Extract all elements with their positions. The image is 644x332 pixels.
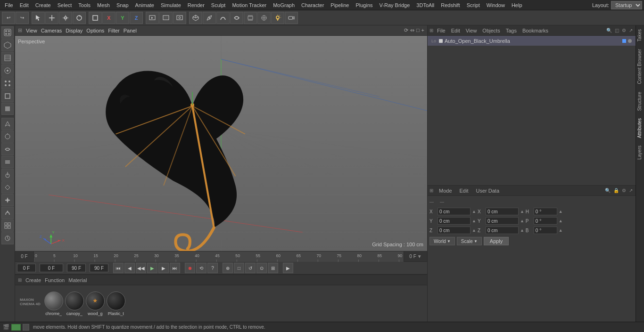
om-tags[interactable]: Tags <box>504 28 519 33</box>
menu-snap[interactable]: Snap <box>114 1 132 9</box>
effector-btn[interactable] <box>257 12 271 24</box>
om-filter-icon[interactable]: ◫ <box>614 28 620 33</box>
coord-z-pos-field[interactable]: 0 cm <box>438 227 471 234</box>
render-playback-btn[interactable]: ▶ <box>283 263 293 273</box>
coord-y-size-field[interactable]: 0 cm <box>486 217 519 225</box>
viewport-ctrl-2[interactable]: ⇔ <box>410 27 414 33</box>
am-settings-icon[interactable]: ⚙ <box>621 188 627 193</box>
material-canopy[interactable]: canopy_ <box>65 292 84 316</box>
am-edit[interactable]: Edit <box>458 188 471 194</box>
menu-motion-tracker[interactable]: Motion Tracker <box>229 1 269 9</box>
menu-mograph[interactable]: MoGraph <box>270 1 297 9</box>
layout-dropdown[interactable]: Startup <box>611 1 642 9</box>
menu-create[interactable]: Create <box>33 1 54 9</box>
tool-extra5[interactable] <box>1 232 14 244</box>
om-expand-icon[interactable]: ↗ <box>628 28 634 33</box>
menu-tools[interactable]: Tools <box>75 1 93 9</box>
tab-content-browser[interactable]: Content Browser <box>636 45 644 88</box>
menu-3dtoall[interactable]: 3DToAll <box>413 1 437 9</box>
transform3-btn[interactable]: ↺ <box>245 263 256 273</box>
am-lock-icon[interactable]: 🔒 <box>612 188 620 193</box>
am-expand-icon[interactable]: ↗ <box>628 188 634 193</box>
time-field-current[interactable]: 0 F <box>40 264 63 272</box>
menu-help[interactable]: Help <box>509 1 525 9</box>
viewport-menu-display[interactable]: Display <box>66 28 83 33</box>
material-chrome[interactable]: chrome_ <box>44 292 63 316</box>
tab-structure[interactable]: Structure <box>636 88 644 115</box>
coord-z-size-arrow[interactable]: ▲ <box>520 228 524 233</box>
render-viewport-btn[interactable] <box>146 12 159 24</box>
go-start-btn[interactable]: ⏮ <box>113 263 124 273</box>
apply-button[interactable]: Apply <box>484 237 509 245</box>
tool-texture-btn[interactable] <box>1 52 14 64</box>
menu-edit[interactable]: Edit <box>17 1 32 9</box>
coord-x-size-field[interactable]: 0 cm <box>486 208 519 215</box>
render-picture-btn[interactable] <box>159 12 173 24</box>
tool-brush[interactable] <box>1 130 14 143</box>
om-settings-icon[interactable]: ⚙ <box>621 28 627 33</box>
menu-redshift[interactable]: Redshift <box>438 1 462 9</box>
viewport[interactable]: X Y Z <box>15 36 427 251</box>
tool-smooth[interactable] <box>1 143 14 155</box>
om-search-icon[interactable]: 🔍 <box>605 28 613 33</box>
cube-btn[interactable] <box>189 12 202 24</box>
x-axis-btn[interactable]: X <box>102 12 116 24</box>
record-prev-btn[interactable]: ⟲ <box>196 263 206 273</box>
coord-h-arrow[interactable]: ▲ <box>559 209 563 214</box>
y-axis-btn[interactable]: Y <box>116 12 129 24</box>
rotate-tool-btn[interactable] <box>73 12 86 24</box>
coord-y-pos-field[interactable]: 0 cm <box>438 217 471 225</box>
tool-model-btn[interactable] <box>1 39 14 51</box>
step-fwd-btn[interactable]: ▶ <box>158 263 169 273</box>
am-search-icon[interactable]: 🔍 <box>604 188 611 193</box>
tool-edge-mode[interactable] <box>1 90 14 102</box>
tool-face-mode[interactable] <box>1 103 14 115</box>
scale-dropdown-btn[interactable]: Scale ▼ <box>457 237 482 245</box>
tool-extra2[interactable] <box>1 194 14 206</box>
record-btn[interactable]: ⏺ <box>185 263 195 273</box>
menu-simulate[interactable]: Simulate <box>158 1 184 9</box>
material-function[interactable]: Function <box>45 277 65 283</box>
om-file[interactable]: File <box>435 28 447 33</box>
menu-character[interactable]: Character <box>298 1 327 9</box>
select-tool-btn[interactable] <box>32 12 45 24</box>
coord-y-pos-arrow[interactable]: ▲ <box>472 219 476 223</box>
menu-window[interactable]: Window <box>484 1 508 9</box>
pen-btn[interactable] <box>203 12 216 24</box>
coord-z-pos-arrow[interactable]: ▲ <box>472 228 476 233</box>
undo-btn[interactable]: ↩ <box>2 12 15 24</box>
menu-sculpt[interactable]: Sculpt <box>208 1 229 9</box>
camera-btn[interactable] <box>285 12 298 24</box>
tool-extra3[interactable] <box>1 207 14 219</box>
menu-animate[interactable]: Animate <box>132 1 157 9</box>
tool-layer[interactable] <box>1 156 14 168</box>
time-field-end-preview[interactable]: 90 F <box>67 264 86 272</box>
coord-x-pos-field[interactable]: 0 cm <box>438 208 471 215</box>
object-visible-dot[interactable] <box>622 39 626 43</box>
play-btn[interactable]: ▶ <box>147 263 157 273</box>
material-wood[interactable]: wood_g <box>86 292 105 316</box>
play-back-btn[interactable]: ◀◀ <box>136 263 146 273</box>
record-opts-btn[interactable]: ? <box>207 263 218 273</box>
render-settings-btn[interactable] <box>173 12 186 24</box>
viewport-menu-panel[interactable]: Panel <box>124 28 137 33</box>
tab-layers[interactable]: Layers <box>636 142 644 163</box>
material-plastic[interactable]: Plastic_t <box>107 292 125 316</box>
viewport-menu-view[interactable]: View <box>26 28 37 33</box>
coord-p-arrow[interactable]: ▲ <box>559 219 563 223</box>
tool-weight[interactable] <box>1 169 14 181</box>
redo-btn[interactable]: ↪ <box>16 12 29 24</box>
menu-plugins[interactable]: Plugins <box>353 1 375 9</box>
tool-snap[interactable] <box>1 118 14 130</box>
menu-mesh[interactable]: Mesh <box>94 1 113 9</box>
go-end-btn[interactable]: ⏭ <box>170 263 180 273</box>
am-user-data[interactable]: User Data <box>474 188 502 194</box>
tool-extra4[interactable] <box>1 219 14 232</box>
coord-h-field[interactable]: 0 ° <box>534 208 557 215</box>
transform4-btn[interactable]: ⊙ <box>256 263 267 273</box>
om-view[interactable]: View <box>464 28 479 33</box>
tool-extra1[interactable] <box>1 181 14 194</box>
menu-file[interactable]: File <box>2 1 16 9</box>
coord-b-arrow[interactable]: ▲ <box>559 228 563 233</box>
coord-y-size-arrow[interactable]: ▲ <box>520 219 524 223</box>
